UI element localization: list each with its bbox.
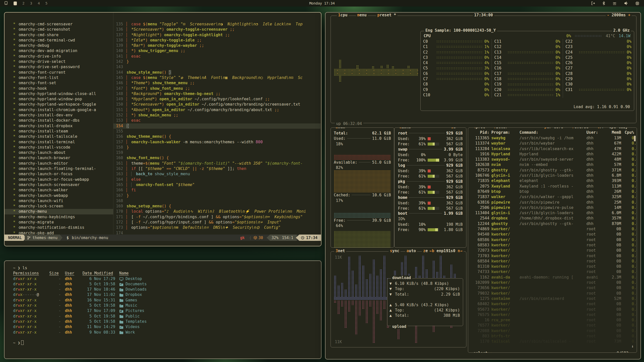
proc-box-label[interactable]: 4proc: [472, 127, 487, 129]
code-line[interactable]: 164▏ else: [113, 177, 320, 182]
chip-icon[interactable]: [635, 1, 639, 6]
process-row[interactable]: 94540kworker/root0B0.0: [471, 232, 634, 237]
sort-prev-button[interactable]: ←: [604, 127, 607, 129]
process-row[interactable]: 2506pipewire/usr/bin/pipewire-pulsedhh14…: [471, 205, 634, 210]
process-row[interactable]: 73703kworker/root0B0.0: [471, 253, 634, 259]
code-line[interactable]: 158}: [113, 145, 320, 150]
process-row[interactable]: 76577kworker/root0B0.0: [471, 323, 634, 328]
code-line[interactable]: 140▏ *) show_trigger_menu ;;: [113, 48, 320, 54]
code-line[interactable]: 166▏ fi: [113, 188, 320, 193]
file-item[interactable]: *omarchy-install-steam: [5, 129, 113, 134]
process-row[interactable]: 87573ghostty/usr/bin/ghostty --gtk-dhh37…: [471, 168, 634, 173]
net-box-label[interactable]: 3net: [334, 249, 346, 253]
process-row[interactable]: 87649btopbtopdhh26M0.0: [471, 189, 634, 194]
process-row[interactable]: 16rcu_preeroot0B0.0: [471, 318, 634, 323]
code-line[interactable]: 174: [113, 231, 320, 234]
process-row[interactable]: 1275containe/usr/bin/containerdroot52M0.…: [471, 296, 634, 301]
process-row[interactable]: 113365swaybg/usr/bin/swaybg -i /homdhh13…: [471, 135, 634, 141]
process-row[interactable]: 74733kworker/root0B0.0: [471, 269, 634, 275]
file-item[interactable]: *omarchy-launch-webapp: [5, 193, 113, 198]
file-item[interactable]: *omarchy-install-vscode: [5, 145, 113, 150]
file-item[interactable]: *omarchy-cmd-screenshot: [5, 27, 113, 32]
process-row[interactable]: 74869kworker/root0B0.0: [471, 227, 634, 232]
proc-reverse-button[interactable]: reverse: [571, 127, 590, 129]
file-item[interactable]: *omarchy-hyprland-workspace-toggle: [5, 102, 113, 107]
prompt-input[interactable]: ~ ❯: [13, 340, 321, 346]
proc-percore-button[interactable]: per-core: [543, 127, 565, 129]
code-line[interactable]: 152▏ *) show_main_menu ;;: [113, 113, 320, 118]
process-row[interactable]: 76575kworker/root0B0.0: [471, 312, 634, 318]
workspace-3[interactable]: 3: [30, 1, 32, 5]
proc-select[interactable]: select ↓: [472, 351, 494, 353]
file-item[interactable]: *omarchy-install-chromium-google-a: [5, 107, 113, 113]
code-line[interactable]: 161▏ theme=$(menu "Font" "$(omarchy-font…: [113, 161, 320, 166]
code-line[interactable]: 163▏ ▏ back_to show_style_menu: [113, 171, 320, 177]
code-line[interactable]: 142}: [113, 59, 320, 64]
file-item[interactable]: *omarchy-launch-screensaver: [5, 182, 113, 188]
process-row[interactable]: 113284localsea/usr/lib/localsearch-exdhh…: [471, 146, 634, 152]
code-line[interactable]: 162▏ if [[ "$theme" == "CNCLD" || -z "$t…: [113, 166, 320, 171]
workspace-5[interactable]: 5: [45, 1, 47, 5]
process-row[interactable]: 72088kworker/root0B0.0: [471, 328, 634, 334]
file-item[interactable]: *omarchy-font-list: [5, 75, 113, 80]
screen-icon[interactable]: [4, 1, 8, 6]
hotspot-icon[interactable]: [612, 1, 617, 5]
process-row[interactable]: 63816pipewire/usr/bin/pipewiredhh25M0.0: [471, 200, 634, 205]
code-line[interactable]: 144show_style_menu() {: [113, 70, 320, 75]
file-item[interactable]: *omarchy-launch-floating-terminal-: [5, 166, 113, 171]
workspace-1-active[interactable]: [14, 2, 17, 5]
file-item[interactable]: *omarchy-hyprland-window-close-all: [5, 91, 113, 97]
file-item[interactable]: *omarchy-cmd-terminal-cwd: [5, 38, 113, 43]
file-item[interactable]: *omarchy-install-dropbox: [5, 123, 113, 129]
file-item[interactable]: *omarchy-font-current: [5, 70, 113, 75]
process-row[interactable]: 81310kworker/root0B0.0: [471, 264, 634, 269]
code-line[interactable]: 160show_font_menu() {: [113, 155, 320, 161]
code-line[interactable]: 149▏ *Hyprland*) open_in_editor ~/.confi…: [113, 97, 320, 102]
file-item[interactable]: *omarchy-drive-set-password: [5, 64, 113, 70]
file-item[interactable]: *omarchy-install-tailscale: [5, 134, 113, 139]
file-item[interactable]: *omarchy-launch-editor: [5, 161, 113, 166]
file-item[interactable]: *omarchy-hook: [5, 86, 113, 91]
process-row[interactable]: 1162avahi-daavahi-daemon: running [avahi…: [471, 275, 634, 280]
process-row[interactable]: 71835elephantelephantdhh393M0.0: [471, 178, 634, 184]
file-item[interactable]: *omarchy-pkg-add: [5, 231, 113, 234]
process-row[interactable]: 71837walker/usr/bin/walker --gappldhh325…: [471, 194, 634, 200]
code-line[interactable]: 141▏ esac: [113, 54, 320, 59]
bluetooth-icon[interactable]: [602, 1, 605, 5]
process-row[interactable]: 72073kworker/root0B0.0: [471, 248, 634, 253]
proc-scrollbar[interactable]: [634, 136, 636, 141]
code-line[interactable]: 169show_setup_menu() {: [113, 204, 320, 209]
process-row[interactable]: 68583kworker/root0B0.0: [471, 243, 634, 248]
code-line[interactable]: 165▏ ▏ omarchy-font-set "$theme": [113, 182, 320, 188]
code-line[interactable]: 150▏ *Screensaver*) open_in_editor ~/.co…: [113, 102, 320, 107]
file-item[interactable]: *omarchy-cmd-screensaver: [5, 22, 113, 27]
code-line[interactable]: 136▏ *Screensaver*) omarchy-toggle-scree…: [113, 27, 320, 32]
code-line[interactable]: 156show_theme_menu() {: [113, 134, 320, 139]
code-line[interactable]: 159: [113, 150, 320, 155]
file-item[interactable]: *omarchy-launch-about: [5, 150, 113, 155]
code-line[interactable]: 138▏ *Idle*) omarchy-toggle-idle ;;: [113, 38, 320, 43]
code-line[interactable]: 148▏ *Background*) omarchy-theme-bg-next…: [113, 91, 320, 97]
code-line[interactable]: 155: [113, 129, 320, 134]
code-line[interactable]: 157▏ omarchy-launch-walker -m menus:omar…: [113, 140, 320, 145]
file-item[interactable]: *omarchy-font-set: [5, 80, 113, 86]
process-row[interactable]: 2075XwaylandXwayland :1 -rootless -dhh11…: [471, 184, 634, 189]
file-item[interactable]: *omarchy-launch-or-focus: [5, 171, 113, 177]
workspace-4[interactable]: 4: [38, 1, 40, 5]
file-item[interactable]: *omarchy-launch-wifi: [5, 198, 113, 204]
process-row[interactable]: 12244ghostty/usr/bin/ghostty --gtk-dhh87…: [471, 221, 634, 227]
disks-box-label[interactable]: disks: [398, 127, 412, 129]
code-line[interactable]: 173▏ options="$options\n⊞ Defaults\n⌗ DN…: [113, 225, 320, 230]
code-line[interactable]: 146▏ *Theme*) show_theme_menu ;;: [113, 80, 320, 86]
process-row[interactable]: 113374waybar/usr/bin/waybardhh67M0.0: [471, 141, 634, 146]
process-row[interactable]: 803btrfs-trroot0B0.0: [471, 334, 634, 339]
code-line[interactable]: 154}: [113, 123, 320, 129]
file-item[interactable]: *omarchy-migrate: [5, 220, 113, 225]
process-row[interactable]: 68586kworker/root0B0.0: [471, 237, 634, 243]
code-line[interactable]: 135▏ case $(menu "Toggle" "⊡ Screensaver…: [113, 22, 320, 27]
process-row[interactable]: 1170tailscal/usr/sbin/tailscaled -root73…: [471, 339, 634, 344]
scroll-down-arrow[interactable]: ↓: [631, 344, 634, 348]
code-line[interactable]: 170▏ local options="♪ Audio\n∿ Wifi\nᛒ B…: [113, 209, 320, 214]
code-line[interactable]: 167}: [113, 193, 320, 198]
sort-next-button[interactable]: →: [630, 127, 632, 129]
